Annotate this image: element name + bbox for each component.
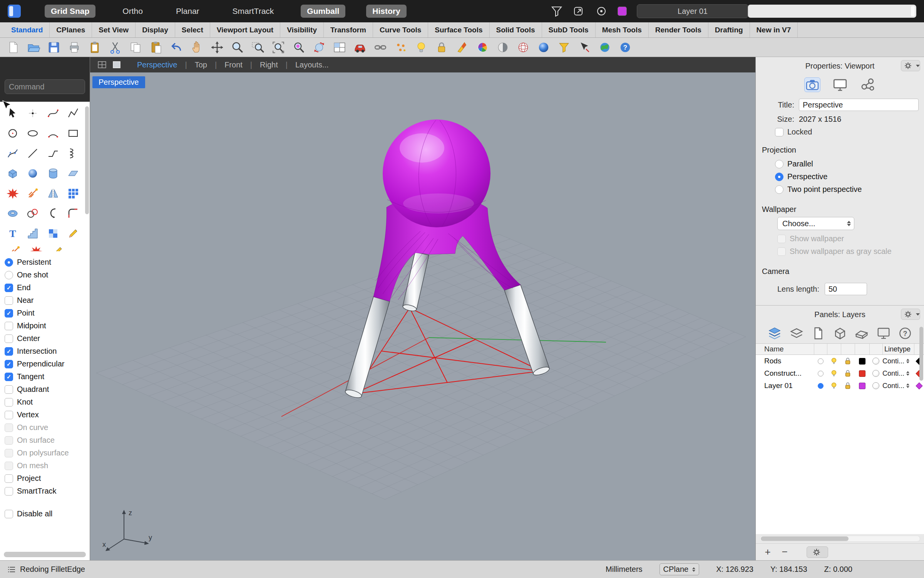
layer-material-swatch[interactable] <box>872 382 879 389</box>
toolbar-lock-button[interactable] <box>435 40 449 54</box>
four-viewport-layout-icon[interactable] <box>97 60 107 70</box>
ribbon-tab-visibility[interactable]: Visibility <box>280 22 324 37</box>
checkbox-icon[interactable]: ✓ <box>5 347 13 356</box>
tool-circle-button[interactable] <box>4 126 22 141</box>
tool-point-button[interactable] <box>24 106 42 121</box>
current-layer-radio[interactable] <box>818 371 824 376</box>
layer-row-rods[interactable]: RodsConti... <box>756 355 924 367</box>
toolbar-cut-button[interactable] <box>108 40 122 54</box>
toolbar-paste-button[interactable] <box>149 40 163 54</box>
checkbox-icon[interactable] <box>777 247 786 256</box>
layer-row-construct-[interactable]: Construct...Conti... <box>756 367 924 380</box>
panel-sheets-button[interactable] <box>789 326 804 341</box>
toggle-gumball[interactable]: Gumball <box>301 5 345 18</box>
osnap-quadrant[interactable]: Quadrant <box>5 383 90 396</box>
layers-options-button[interactable] <box>807 546 828 558</box>
ribbon-tab-drafting[interactable]: Drafting <box>708 22 750 37</box>
layers-hscrollbar[interactable] <box>760 536 920 542</box>
tool-hook-button[interactable] <box>44 206 62 221</box>
toggle-planar[interactable]: Planar <box>170 5 206 18</box>
layer-color-swatch[interactable] <box>859 383 865 389</box>
cplane-dropdown[interactable]: CPlane <box>660 563 700 575</box>
ribbon-tab-mesh-tools[interactable]: Mesh Tools <box>596 22 649 37</box>
ribbon-tab-solid-tools[interactable]: Solid Tools <box>490 22 542 37</box>
toolbar-color-wheel-button[interactable] <box>475 40 489 54</box>
ribbon-tab-render-tools[interactable]: Render Tools <box>649 22 708 37</box>
checkbox-icon[interactable] <box>5 322 13 330</box>
current-layer-dropdown[interactable]: Layer 01 <box>637 4 748 18</box>
osnap-on-curve[interactable]: On curve <box>5 421 90 434</box>
properties-page-molecule-button[interactable] <box>860 77 876 92</box>
toggle-ortho[interactable]: Ortho <box>116 5 149 18</box>
osnap-disable-all[interactable]: Disable all <box>5 507 90 520</box>
toolbar-lightbulb-button[interactable] <box>414 40 428 54</box>
units-indicator[interactable]: Millimeters <box>606 565 643 574</box>
checkbox-icon[interactable] <box>5 385 13 394</box>
toolbar-link-button[interactable] <box>373 40 387 54</box>
wallpaper-show-wallpaper[interactable]: Show wallpaper <box>777 232 924 245</box>
tool-helix-button[interactable] <box>64 146 82 161</box>
toolbar-render-sphere-button[interactable] <box>537 40 551 54</box>
tool-polyline-segments-button[interactable] <box>44 146 62 161</box>
panel-question-button[interactable]: ? <box>898 326 912 341</box>
toolbar-zoom-button[interactable] <box>231 40 244 54</box>
viewport-tab-right[interactable]: Right <box>252 60 286 69</box>
layer-material-swatch[interactable] <box>872 358 879 365</box>
viewport-tab-layouts-[interactable]: Layouts... <box>288 60 336 69</box>
history-list-icon[interactable] <box>7 565 16 574</box>
wallpaper-show-wallpaper-as-gray-scale[interactable]: Show wallpaper as gray scale <box>777 245 924 258</box>
toolbar-copy-clipboard-button[interactable] <box>88 40 102 54</box>
osnap-smarttrack[interactable]: SmartTrack <box>5 485 90 497</box>
current-layer-radio[interactable] <box>818 383 824 389</box>
layer-visibility-toggle[interactable] <box>827 381 841 390</box>
tool-curve-handles-button[interactable] <box>4 146 22 161</box>
layer-visibility-toggle[interactable] <box>827 369 841 378</box>
ribbon-tab-display[interactable]: Display <box>136 22 175 37</box>
osnap-point[interactable]: ✓Point <box>5 307 90 319</box>
layer-linetype-select[interactable]: Conti... <box>882 370 914 378</box>
panel-slab-button[interactable] <box>854 326 869 341</box>
toolbar-rotate-view-button[interactable] <box>312 40 326 54</box>
ribbon-tab-cplanes[interactable]: CPlanes <box>50 22 92 37</box>
tool-torus-button[interactable] <box>4 206 22 221</box>
layer-row-layer-01[interactable]: Layer 01Conti... <box>756 380 924 392</box>
tool-sphere-button[interactable] <box>24 166 42 181</box>
tool-fillet-button[interactable] <box>64 206 82 221</box>
radio-icon[interactable] <box>5 271 13 279</box>
current-layer-radio[interactable] <box>818 358 824 364</box>
checkbox-icon[interactable] <box>5 411 13 419</box>
radio-icon[interactable] <box>775 173 783 181</box>
checkbox-icon[interactable] <box>5 398 13 407</box>
sidebar-toggle-right-icon[interactable] <box>748 5 916 18</box>
osnap-on-surface[interactable]: On surface <box>5 434 90 447</box>
osnap-near[interactable]: Near <box>5 294 90 307</box>
checkbox-icon[interactable] <box>5 462 13 470</box>
tool-array-button[interactable] <box>64 186 82 201</box>
layers-gear-button[interactable] <box>901 309 920 320</box>
checkbox-icon[interactable] <box>5 423 13 432</box>
tool-cylinder-button[interactable] <box>44 166 62 181</box>
viewport-3d-scene[interactable]: Perspective z x y <box>90 72 755 560</box>
wallpaper-choose-select[interactable]: Choose... <box>777 217 854 230</box>
target-icon[interactable] <box>595 5 608 17</box>
ribbon-tab-transform[interactable]: Transform <box>324 22 373 37</box>
right-panel-scrollbar[interactable] <box>919 327 923 381</box>
toolbar-copy-button[interactable] <box>129 40 142 54</box>
osnap-perpendicular[interactable]: ✓Perpendicular <box>5 358 90 370</box>
viewport-tab-top[interactable]: Top <box>187 60 215 69</box>
tool-rectangle-button[interactable] <box>64 126 82 141</box>
toolbar-render-globe-button[interactable] <box>516 40 530 54</box>
checkbox-icon[interactable] <box>5 474 13 483</box>
radio-icon[interactable] <box>775 160 783 168</box>
projection-two-point-perspective[interactable]: Two point perspective <box>775 183 924 196</box>
projection-parallel[interactable]: Parallel <box>775 158 924 170</box>
viewport-label-chip[interactable]: Perspective <box>92 76 145 88</box>
toolbar-point-cloud-button[interactable] <box>394 40 408 54</box>
osnap-on-mesh[interactable]: On mesh <box>5 459 90 472</box>
tool-polyline-button[interactable] <box>64 106 82 121</box>
toolbar-viewport-grid-button[interactable] <box>333 40 346 54</box>
tool-stairs-button[interactable] <box>24 226 42 241</box>
checkbox-icon[interactable] <box>5 487 13 496</box>
checkbox-icon[interactable]: ✓ <box>5 284 13 292</box>
toolbar-help-button[interactable]: ? <box>618 40 632 54</box>
